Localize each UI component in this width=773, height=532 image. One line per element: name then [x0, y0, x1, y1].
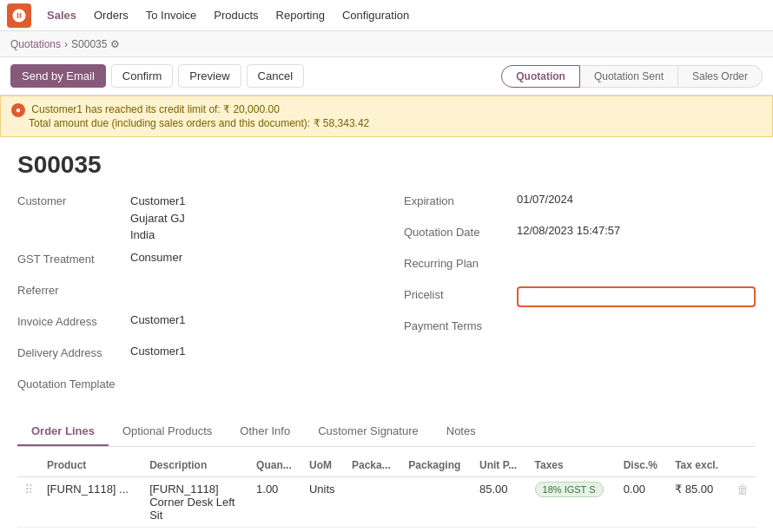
invoice-address-row: Invoice Address Customer1 — [17, 313, 369, 338]
order-lines-table: Product Description Quan... UoM Packa...… — [17, 454, 756, 528]
col-quantity: Quan... — [249, 454, 302, 477]
gst-treatment-label: GST Treatment — [17, 251, 130, 266]
tab-order-lines[interactable]: Order Lines — [17, 417, 109, 446]
customer-value: Customer1 Gujarat GJ India — [130, 193, 369, 244]
col-description: Description — [142, 454, 249, 477]
action-buttons: Send by Email Confirm Preview Cancel — [10, 64, 304, 88]
col-uom: UoM — [302, 454, 345, 477]
referrer-label: Referrer — [17, 282, 130, 297]
col-packaging: Packaging — [401, 454, 472, 477]
drag-handle-icon: ⠿ — [24, 483, 33, 496]
tab-notes[interactable]: Notes — [433, 417, 490, 446]
table-header-row: Product Description Quan... UoM Packa...… — [17, 454, 756, 477]
status-pills: Quotation Quotation Sent Sales Order — [501, 65, 763, 88]
invoice-address-value: Customer1 — [130, 313, 369, 326]
main-content: S00035 Customer Customer1 Gujarat GJ Ind… — [0, 137, 773, 532]
recurring-plan-row: Recurring Plan — [404, 255, 756, 279]
delivery-address-label: Delivery Address — [17, 345, 130, 359]
pricelist-label: Pricelist — [404, 286, 517, 301]
delivery-address-value: Customer1 — [130, 345, 369, 358]
warning-icon: ● — [11, 103, 25, 117]
quotation-date-label: Quotation Date — [404, 224, 517, 239]
warning-line1: ● Customer1 has reached its credit limit… — [11, 103, 762, 117]
gst-treatment-row: GST Treatment Consumer — [17, 251, 369, 275]
customer-row: Customer Customer1 Gujarat GJ India — [17, 193, 369, 244]
cancel-button[interactable]: Cancel — [247, 64, 304, 88]
expiration-label: Expiration — [404, 193, 517, 207]
col-handle — [17, 454, 40, 477]
col-taxes: Taxes — [528, 454, 617, 477]
quotation-template-row: Quotation Template — [17, 376, 369, 400]
nav-to-invoice[interactable]: To Invoice — [137, 0, 206, 31]
credit-warning-banner: ● Customer1 has reached its credit limit… — [0, 95, 773, 137]
row-description[interactable]: [FURN_1118] Corner Desk Left Sit — [142, 476, 249, 527]
row-packaging[interactable] — [401, 476, 472, 527]
tax-badge: 18% IGST S — [535, 482, 604, 497]
tab-other-info[interactable]: Other Info — [226, 417, 304, 446]
form-left-column: Customer Customer1 Gujarat GJ India GST … — [17, 193, 369, 407]
row-delete-cell: 🗑 — [730, 476, 756, 527]
nav-reporting[interactable]: Reporting — [268, 0, 334, 31]
table-row: ⠿ [FURN_1118] ... [FURN_1118] Corner Des… — [17, 476, 756, 527]
quotation-date-value: 12/08/2023 15:47:57 — [517, 224, 756, 237]
form-right-column: Expiration 01/07/2024 Quotation Date 12/… — [404, 193, 756, 407]
nav-orders[interactable]: Orders — [85, 0, 137, 31]
top-navigation: Sales Orders To Invoice Products Reporti… — [0, 0, 773, 31]
nav-products[interactable]: Products — [205, 0, 267, 31]
row-tax-excl: ₹ 85.00 — [668, 476, 730, 527]
payment-terms-row: Payment Terms — [404, 318, 756, 342]
row-handle[interactable]: ⠿ — [17, 476, 40, 527]
gear-icon[interactable]: ⚙ — [110, 38, 120, 50]
col-delete — [730, 454, 756, 477]
row-taxes: 18% IGST S — [528, 476, 617, 527]
confirm-button[interactable]: Confirm — [111, 64, 174, 88]
pricelist-value — [517, 286, 756, 307]
col-disc: Disc.% — [617, 454, 669, 477]
pricelist-input[interactable] — [517, 286, 756, 307]
pricelist-row: Pricelist — [404, 286, 756, 311]
quotation-template-label: Quotation Template — [17, 376, 130, 391]
payment-terms-label: Payment Terms — [404, 318, 517, 332]
row-unit-price[interactable]: 85.00 — [472, 476, 528, 527]
col-tax-excl: Tax excl. — [668, 454, 730, 477]
delivery-address-row: Delivery Address Customer1 — [17, 345, 369, 369]
delete-row-icon[interactable]: 🗑 — [737, 483, 749, 496]
action-bar: Send by Email Confirm Preview Cancel Quo… — [0, 57, 773, 95]
row-disc[interactable]: 0.00 — [617, 476, 669, 527]
status-quotation-sent[interactable]: Quotation Sent — [580, 65, 678, 88]
row-packaging-qty[interactable] — [345, 476, 401, 527]
send-by-email-button[interactable]: Send by Email — [10, 64, 106, 88]
expiration-row: Expiration 01/07/2024 — [404, 193, 756, 217]
tab-optional-products[interactable]: Optional Products — [109, 417, 226, 446]
breadcrumb-separator: › — [64, 38, 68, 50]
col-unit-price: Unit P... — [472, 454, 528, 477]
col-product: Product — [40, 454, 142, 477]
status-quotation[interactable]: Quotation — [501, 65, 580, 88]
quotation-date-row: Quotation Date 12/08/2023 15:47:57 — [404, 224, 756, 248]
recurring-plan-label: Recurring Plan — [404, 255, 517, 270]
status-sales-order[interactable]: Sales Order — [678, 65, 763, 88]
form-fields: Customer Customer1 Gujarat GJ India GST … — [17, 193, 756, 407]
preview-button[interactable]: Preview — [178, 64, 241, 88]
col-pack-qty: Packa... — [345, 454, 401, 477]
table-footer: Add a product Add a section Add a note C… — [17, 528, 756, 533]
app-logo[interactable] — [7, 3, 31, 28]
referrer-row: Referrer — [17, 282, 369, 306]
row-uom[interactable]: Units — [302, 476, 345, 527]
tab-customer-signature[interactable]: Customer Signature — [304, 417, 433, 446]
document-title: S00035 — [17, 151, 756, 179]
expiration-value: 01/07/2024 — [517, 193, 756, 206]
warning-line2: Total amount due (including sales orders… — [11, 117, 762, 129]
row-product[interactable]: [FURN_1118] ... — [40, 476, 142, 527]
row-quantity[interactable]: 1.00 — [249, 476, 302, 527]
order-tabs: Order Lines Optional Products Other Info… — [17, 417, 756, 447]
gst-treatment-value: Consumer — [130, 251, 369, 264]
nav-configuration[interactable]: Configuration — [334, 0, 418, 31]
nav-sales[interactable]: Sales — [38, 0, 85, 31]
customer-label: Customer — [17, 193, 130, 207]
invoice-address-label: Invoice Address — [17, 313, 130, 328]
breadcrumb-parent-link[interactable]: Quotations — [10, 38, 61, 50]
breadcrumb: Quotations › S00035 ⚙ — [0, 31, 773, 57]
breadcrumb-current: S00035 — [71, 38, 107, 50]
